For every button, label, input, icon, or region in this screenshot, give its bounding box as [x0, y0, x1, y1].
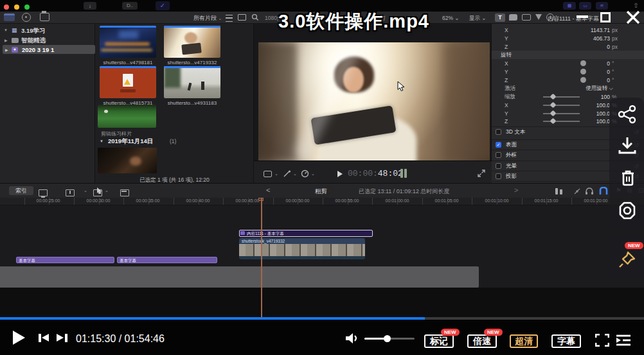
timeline-fwd-chevron[interactable]: >: [514, 186, 518, 194]
date-group-header[interactable]: ▼ 2019年11月14日 (1): [98, 137, 252, 145]
rotation-x-row[interactable]: X0°: [492, 59, 644, 67]
traffic-light-zoom-icon[interactable]: [24, 4, 30, 10]
rotation-dial[interactable]: [580, 69, 586, 74]
activate-row[interactable]: 激活使用旋转 ⌵: [492, 84, 644, 92]
clip-thumbnail-movie[interactable]: [98, 148, 157, 173]
scale-x-slider[interactable]: [543, 105, 580, 106]
timeline-ruler[interactable]: 00:00:25:00 00:00:30:00 00:00:35:00 00:0…: [0, 198, 644, 205]
background-tasks-icon[interactable]: [40, 13, 49, 21]
video-inspector-icon[interactable]: [522, 14, 531, 21]
skimming-icon[interactable]: [573, 187, 582, 195]
media-import-icon[interactable]: [4, 13, 15, 21]
sliders-menu-icon[interactable]: ≋: [596, 2, 608, 10]
effects-tool-icon[interactable]: [283, 170, 291, 178]
rotation-y-row[interactable]: Y0°: [492, 67, 644, 76]
keyword-editor-icon[interactable]: [22, 13, 31, 22]
traffic-light-close-icon[interactable]: [4, 4, 9, 10]
sidebar-item-event-selected[interactable]: ▶ ★ 2020 3 19 1: [3, 45, 95, 54]
clip-thumbnail-missing[interactable]: [100, 66, 156, 98]
window-maximize-button[interactable]: [600, 12, 611, 22]
insert-edit-icon[interactable]: [66, 189, 75, 196]
viewer-zoom-dropdown[interactable]: 62% ⌄: [442, 15, 460, 21]
snapping-magnet-icon[interactable]: [598, 187, 609, 195]
position-z-row[interactable]: Z0px: [492, 42, 644, 51]
playhead[interactable]: [261, 198, 262, 319]
hd-quality-button[interactable]: 超清: [510, 334, 538, 348]
clip-thumbnail-soccer[interactable]: [98, 105, 156, 128]
disclosure-down-icon[interactable]: ▼: [100, 139, 103, 143]
filmstrip-view-icon[interactable]: [238, 14, 246, 21]
record-icon[interactable]: [617, 201, 638, 220]
chevron-down-icon[interactable]: ⌄: [274, 171, 278, 177]
chevron-down-icon[interactable]: ⌄: [84, 188, 87, 193]
clip-thumbnail-woman[interactable]: [164, 26, 220, 58]
download-arrow-icon[interactable]: ↓: [84, 2, 96, 10]
timeline-project-name[interactable]: 粗剪: [315, 187, 327, 196]
clip-thumbnail-city[interactable]: [100, 26, 156, 58]
playlist-icon[interactable]: [616, 334, 631, 347]
scale-y-slider[interactable]: [543, 113, 580, 114]
timeline-subtitle-clip[interactable]: 基本字幕: [117, 257, 217, 263]
timeline-title-clip-selected[interactable]: 内容1111 - 基本字幕: [239, 230, 373, 237]
overwrite-edit-icon[interactable]: [120, 189, 129, 196]
viewer-play-icon[interactable]: [337, 171, 343, 177]
caption-inspector-icon[interactable]: [509, 14, 517, 21]
window-minimize-button[interactable]: [577, 15, 588, 18]
sidebar-item-library[interactable]: ▼ ▦ 3.19学习: [0, 26, 95, 35]
volume-icon[interactable]: [344, 333, 360, 344]
traffic-light-minimize-icon[interactable]: [14, 4, 19, 10]
speed-button[interactable]: 倍速: [467, 334, 497, 348]
all-clips-filter-dropdown[interactable]: 所有片段 ⌄: [193, 14, 222, 22]
audio-meter-right[interactable]: [404, 169, 407, 178]
checkbox-unchecked[interactable]: [496, 173, 501, 179]
pin-icon[interactable]: [617, 250, 636, 270]
play-button[interactable]: [13, 331, 25, 345]
checkbox-unchecked[interactable]: [496, 163, 501, 169]
volume-slider[interactable]: [364, 338, 415, 340]
disclosure-down-icon[interactable]: ▼: [4, 28, 8, 32]
scale-z-slider[interactable]: [543, 121, 580, 122]
disclosure-right-icon[interactable]: ▶: [4, 38, 8, 42]
dock-badge[interactable]: D..: [122, 2, 138, 10]
audio-meters-icon[interactable]: [555, 188, 558, 195]
position-y-row[interactable]: Y406.73px: [492, 34, 644, 42]
search-icon[interactable]: [251, 13, 259, 21]
timeline-track-area[interactable]: 内容1111 - 基本字幕 shutterstock_v4719332 基本字幕…: [0, 205, 644, 318]
timeline-back-chevron[interactable]: <: [266, 186, 270, 194]
list-view-icon[interactable]: [226, 15, 233, 22]
mark-button[interactable]: 标记: [424, 334, 454, 348]
solo-headphones-icon[interactable]: [585, 187, 594, 195]
chevron-down-icon[interactable]: ⌄: [105, 188, 109, 193]
activate-dropdown[interactable]: 使用旋转 ⌵: [586, 85, 613, 92]
rotation-z-row[interactable]: Z0°: [492, 76, 644, 84]
checkbox-unchecked[interactable]: [496, 152, 501, 158]
timeline-subtitle-clip[interactable]: 基本字幕: [16, 257, 114, 263]
checkmark-menu-icon[interactable]: ✓: [156, 1, 170, 10]
transform-tool-icon[interactable]: [264, 171, 272, 177]
trash-icon[interactable]: [618, 168, 638, 187]
audio-meter-left[interactable]: [400, 169, 403, 178]
video-frame[interactable]: [258, 42, 490, 160]
disclosure-right-icon[interactable]: ▶: [5, 48, 8, 52]
arrow-tool-icon[interactable]: [96, 187, 103, 195]
chevron-down-icon[interactable]: ⌄: [293, 171, 297, 177]
checkbox-unchecked[interactable]: [496, 129, 501, 135]
fullscreen-icon[interactable]: [595, 334, 609, 347]
expand-viewer-icon[interactable]: [478, 169, 485, 177]
download-icon[interactable]: [617, 136, 638, 155]
sidebar-item-smart-collection[interactable]: ▶ 智能精选: [0, 36, 95, 44]
timeline-video-clip[interactable]: shutterstock_v4719332: [239, 238, 365, 259]
chevron-down-icon[interactable]: ⌄: [311, 171, 315, 177]
battery-menu-icon[interactable]: ▭: [579, 2, 591, 10]
viewer-view-dropdown[interactable]: 显示 ⌄: [469, 15, 486, 22]
window-close-button[interactable]: [625, 9, 641, 26]
connect-edit-icon[interactable]: [39, 189, 48, 196]
position-x-row[interactable]: X1143.71px: [492, 26, 644, 34]
scale-slider[interactable]: [543, 96, 580, 98]
keyboard-menu-icon[interactable]: ▦: [563, 2, 576, 10]
subtitle-button[interactable]: 字幕: [551, 334, 581, 348]
rotation-dial[interactable]: [580, 77, 586, 83]
rotation-dial[interactable]: [580, 60, 586, 66]
color-inspector-icon[interactable]: [535, 14, 542, 20]
index-button[interactable]: 索引: [9, 186, 33, 195]
